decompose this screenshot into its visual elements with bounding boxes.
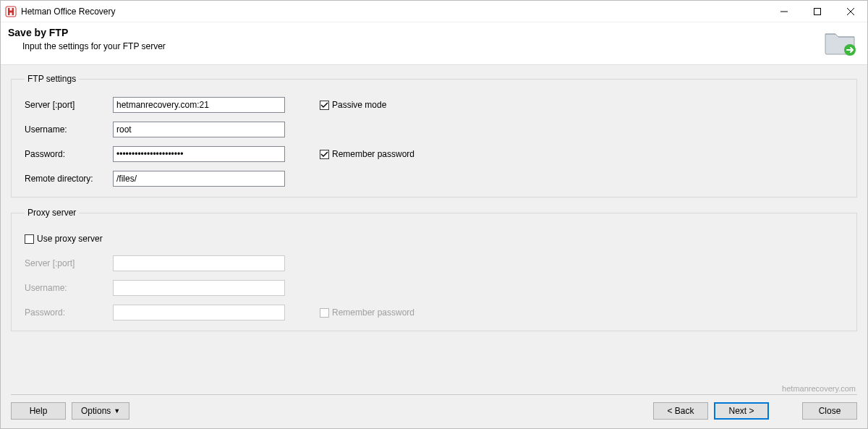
ftp-password-input[interactable] — [113, 146, 285, 162]
checkbox-icon — [25, 234, 34, 244]
ftp-server-label: Server [:port] — [25, 100, 113, 110]
folder-ftp-icon — [822, 27, 857, 57]
proxy-remember-password-checkbox: Remember password — [320, 307, 414, 318]
proxy-server-group: Proxy server Use proxy server Server [:p… — [11, 208, 857, 331]
ftp-username-input[interactable] — [113, 122, 285, 137]
ftp-settings-legend: FTP settings — [25, 74, 79, 84]
ftp-remote-dir-label: Remote directory: — [25, 174, 113, 184]
window-title: Hetman Office Recovery — [21, 7, 116, 17]
page-subtitle: Input the settings for your FTP server — [22, 41, 822, 51]
minimize-button[interactable] — [767, 1, 801, 22]
ftp-settings-group: FTP settings Server [:port] Passive mode… — [11, 74, 857, 197]
next-button[interactable]: Next > — [714, 402, 769, 420]
close-button[interactable]: Close — [802, 402, 857, 420]
proxy-username-label: Username: — [25, 283, 113, 293]
maximize-button[interactable] — [801, 1, 834, 22]
checkbox-icon — [320, 308, 329, 318]
ftp-password-label: Password: — [25, 149, 113, 159]
remember-password-label: Remember password — [332, 149, 414, 159]
checkbox-icon — [320, 101, 329, 110]
app-window: Hetman Office Recovery Save by FTP Input… — [0, 0, 868, 429]
options-button[interactable]: Options▼ — [72, 402, 129, 420]
wizard-body: FTP settings Server [:port] Passive mode… — [1, 64, 867, 428]
button-row: Help Options▼ < Back Next > Close — [11, 402, 857, 422]
proxy-server-input — [113, 255, 285, 271]
proxy-username-input — [113, 280, 285, 296]
svg-rect-3 — [8, 10, 14, 12]
chevron-down-icon: ▼ — [114, 407, 120, 415]
svg-rect-5 — [814, 8, 821, 14]
separator — [11, 394, 857, 395]
ftp-remote-dir-input[interactable] — [113, 171, 285, 187]
checkbox-icon — [320, 150, 329, 159]
window-controls — [767, 1, 867, 22]
proxy-password-input — [113, 305, 285, 320]
proxy-server-label: Server [:port] — [25, 258, 113, 268]
titlebar: Hetman Office Recovery — [1, 1, 867, 22]
use-proxy-checkbox[interactable]: Use proxy server — [25, 234, 103, 244]
proxy-password-label: Password: — [25, 307, 113, 318]
app-icon — [5, 6, 17, 17]
page-title: Save by FTP — [8, 27, 822, 38]
help-button[interactable]: Help — [11, 402, 66, 420]
brand-link[interactable]: hetmanrecovery.com — [11, 384, 857, 393]
ftp-username-label: Username: — [25, 124, 113, 135]
proxy-server-legend: Proxy server — [25, 208, 79, 218]
use-proxy-label: Use proxy server — [37, 234, 103, 244]
close-window-button[interactable] — [834, 1, 867, 22]
passive-mode-checkbox[interactable]: Passive mode — [320, 100, 386, 110]
wizard-header: Save by FTP Input the settings for your … — [1, 22, 867, 64]
ftp-server-input[interactable] — [113, 97, 285, 113]
back-button[interactable]: < Back — [653, 402, 708, 420]
passive-mode-label: Passive mode — [332, 100, 386, 110]
proxy-remember-password-label: Remember password — [332, 307, 414, 318]
remember-password-checkbox[interactable]: Remember password — [320, 149, 414, 159]
